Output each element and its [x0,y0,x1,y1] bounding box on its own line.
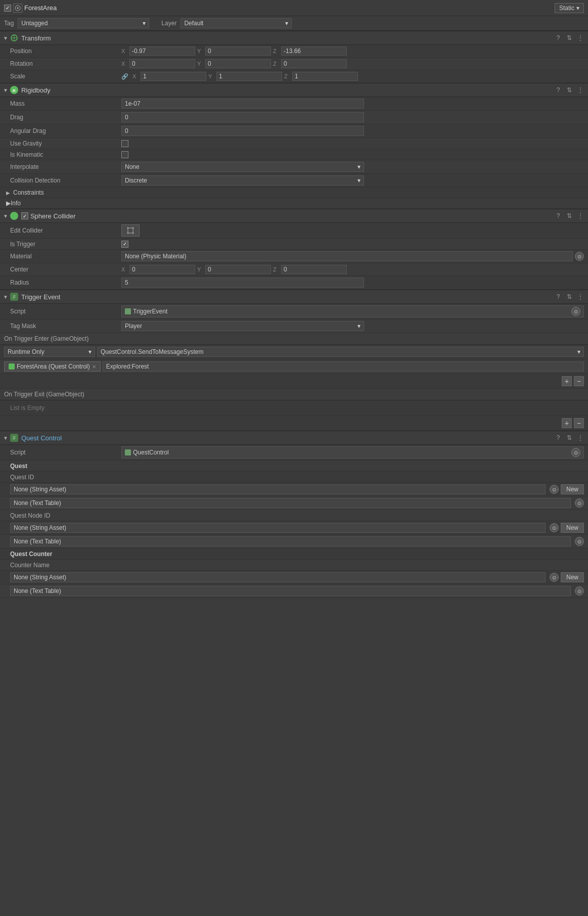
quest-node-text-pick-icon[interactable]: ⊙ [575,537,584,546]
counter-string-input[interactable] [10,572,546,582]
trigger-help-icon[interactable]: ? [554,292,563,301]
quest-node-string-input[interactable] [10,523,546,533]
quest-node-string-pick-icon[interactable]: ⊙ [550,523,559,532]
center-x-input[interactable] [129,265,195,274]
quest-id-text-row: ⊙ [0,496,588,510]
svg-text:R: R [13,88,16,93]
pos-y-label: Y [197,48,203,54]
quest-control-dropdown[interactable]: QuestControl.SendToMessageSystem ▾ [97,347,584,357]
list-empty-label: List is Empty [0,400,588,416]
rotation-z-input[interactable] [281,59,347,68]
counter-new-button[interactable]: New [561,572,584,582]
tag-mask-label: Tag Mask [10,323,121,330]
svg-point-9 [127,227,129,229]
rotation-x-input[interactable] [129,59,195,68]
counter-string-pick-icon[interactable]: ⊙ [550,573,559,582]
rigidbody-help-icon[interactable]: ? [554,85,563,95]
pos-z-label: Z [273,48,279,54]
quest-sliders-icon[interactable]: ⇅ [565,433,574,442]
center-y-input[interactable] [205,265,271,274]
quest-control-value: QuestControl.SendToMessageSystem [101,348,203,355]
interpolate-dropdown[interactable]: None ▾ [121,162,364,172]
runtime-value: Runtime Only [8,348,44,355]
constraints-row[interactable]: ▶ Constraints [0,188,588,198]
trigger-enter-minus-button[interactable]: − [574,376,584,386]
tag-mask-dropdown[interactable]: Player ▾ [121,321,364,331]
gameobject-active-checkbox[interactable]: ✓ [4,5,11,12]
quest-id-text-input[interactable] [10,498,571,508]
quest-node-string-row: ⊙ New [0,521,588,535]
rigidbody-controls: ? ⇅ ⋮ [554,85,585,95]
scale-x-label: X [132,73,139,79]
sphere-collider-checkbox[interactable]: ✓ [21,212,28,219]
position-y-input[interactable] [205,47,271,56]
angular-drag-row: Angular Drag [0,124,588,138]
quest-id-new-button[interactable]: New [561,484,584,494]
layer-dropdown[interactable]: Default ▾ [180,18,292,28]
transform-sliders-icon[interactable]: ⇅ [565,33,574,42]
on-trigger-enter-label: On Trigger Enter (GameObject) [4,335,88,342]
center-row: Center X Y Z [0,263,588,276]
position-xyz: X Y Z [121,47,584,56]
collision-chevron-icon: ▾ [357,177,360,184]
rigidbody-title: Rigidbody [21,86,554,94]
explored-input[interactable] [103,361,584,372]
quest-node-text-input[interactable] [10,536,571,546]
quest-id-string-pick-icon[interactable]: ⊙ [550,485,559,494]
quest-script-label: Script [10,449,121,456]
info-row[interactable]: ▶ Info [0,198,588,209]
transform-help-icon[interactable]: ? [554,33,563,42]
forest-area-button[interactable]: ForestArea (Quest Control) ✕ [4,361,101,372]
trigger-exit-minus-button[interactable]: − [574,418,584,428]
scale-y-input[interactable] [216,72,282,81]
radius-input[interactable] [121,278,364,288]
quest-script-pick-icon[interactable]: ⊙ [571,448,580,457]
mass-row: Mass [0,97,588,111]
rotation-y-input[interactable] [205,59,271,68]
is-kinematic-checkbox[interactable] [121,151,128,158]
tag-mask-value: Player [125,323,142,330]
drag-input[interactable] [121,112,364,122]
trigger-menu-icon[interactable]: ⋮ [576,292,585,301]
runtime-dropdown[interactable]: Runtime Only ▾ [4,347,95,357]
material-input[interactable] [121,251,573,261]
counter-text-input[interactable] [10,586,571,596]
trigger-enter-plus-button[interactable]: + [562,376,572,386]
trigger-sliders-icon[interactable]: ⇅ [565,292,574,301]
rigidbody-sliders-icon[interactable]: ⇅ [565,85,574,95]
quest-menu-icon[interactable]: ⋮ [576,433,585,442]
use-gravity-checkbox[interactable] [121,140,128,147]
angular-drag-input[interactable] [121,126,364,136]
counter-text-pick-icon[interactable]: ⊙ [575,586,584,596]
scale-x-input[interactable] [141,72,206,81]
collision-detection-dropdown[interactable]: Discrete ▾ [121,175,364,186]
quest-id-text-pick-icon[interactable]: ⊙ [575,498,584,508]
quest-id-string-input[interactable] [10,484,546,494]
quest-help-icon[interactable]: ? [554,433,563,442]
scale-z-input[interactable] [292,72,358,81]
material-pick-icon[interactable]: ⊙ [575,252,584,261]
trigger-exit-plus-button[interactable]: + [562,418,572,428]
rot-z-label: Z [273,61,279,67]
quest-node-new-button[interactable]: New [561,523,584,533]
sphere-help-icon[interactable]: ? [554,211,563,220]
transform-menu-icon[interactable]: ⋮ [576,33,585,42]
mass-input[interactable] [121,99,364,109]
tag-dropdown[interactable]: Untagged ▾ [18,18,149,28]
trigger-script-pick-icon[interactable]: ⊙ [571,307,580,316]
center-z-input[interactable] [281,265,347,274]
rotation-label: Rotation [10,60,121,67]
forest-area-remove-icon[interactable]: ✕ [92,364,96,370]
position-z-input[interactable] [281,47,347,56]
quest-control-title: Quest Control [21,434,554,442]
sphere-menu-icon[interactable]: ⋮ [576,211,585,220]
center-x-label: X [121,266,127,272]
edit-collider-button[interactable] [121,224,140,237]
position-x-input[interactable] [129,47,195,56]
is-trigger-checkbox[interactable]: ✓ [121,241,128,248]
sphere-sliders-icon[interactable]: ⇅ [565,211,574,220]
rigidbody-menu-icon[interactable]: ⋮ [576,85,585,95]
quest-control-chevron-icon: ▾ [577,348,580,355]
static-badge[interactable]: Static ▾ [555,3,584,13]
is-kinematic-label: Is Kinematic [10,151,121,158]
